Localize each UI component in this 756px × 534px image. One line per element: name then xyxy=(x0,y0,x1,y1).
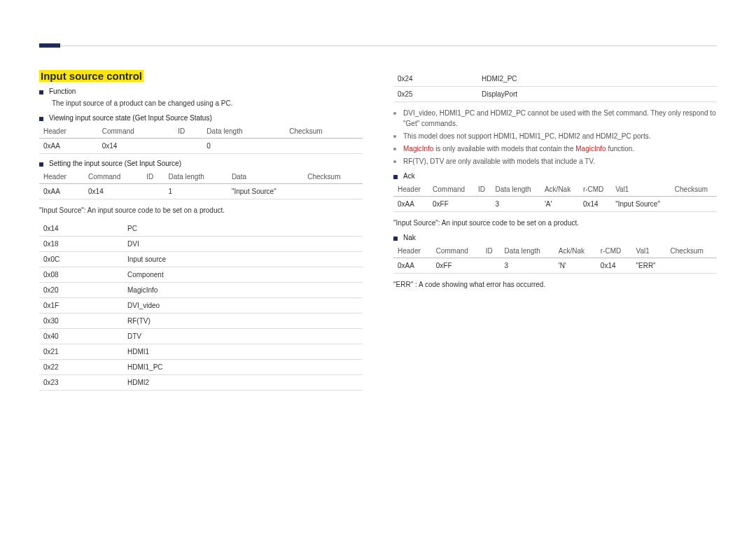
th: Command xyxy=(84,170,142,184)
view-state-row: Viewing input source state (Get Input So… xyxy=(39,114,363,122)
td xyxy=(303,184,363,199)
table-row: 0xAA 0xFF 3 'N' 0x14 "ERR" xyxy=(393,258,717,274)
th: ID xyxy=(142,170,164,184)
table-row: 0xAA 0x14 1 "Input Source" xyxy=(39,184,363,199)
th: ID xyxy=(474,183,491,197)
th: Header xyxy=(39,170,84,184)
function-text: The input source of a product can be cha… xyxy=(52,98,363,108)
td: 0x14 xyxy=(579,197,611,212)
th: Val1 xyxy=(631,244,666,258)
note-item: MagicInfo is only available with models … xyxy=(393,143,717,154)
th: Command xyxy=(432,244,482,258)
nak-caption: "ERR" : A code showing what error has oc… xyxy=(393,279,717,290)
nak-row: Nak xyxy=(393,234,717,241)
table-row: 0x25DisplayPort xyxy=(393,87,717,102)
code-value: 0x0C xyxy=(39,252,123,267)
code-label: DVI xyxy=(123,237,363,252)
td: 0xAA xyxy=(39,184,84,199)
table-row: 0x0CInput source xyxy=(39,252,363,267)
th: Checksum xyxy=(285,125,363,139)
code-label: HDMI2 xyxy=(123,375,363,391)
ack-label: Ack xyxy=(403,172,415,180)
td: 3 xyxy=(491,197,540,212)
th: Ack/Nak xyxy=(554,244,596,258)
th: Ack/Nak xyxy=(540,183,579,197)
td: 0xAA xyxy=(393,258,432,274)
code-label: Component xyxy=(123,267,363,283)
set-source-label: Setting the input source (Set Input Sour… xyxy=(49,160,181,167)
th: Data xyxy=(227,170,303,184)
td: 0x14 xyxy=(84,184,142,199)
td xyxy=(474,197,491,212)
code-value: 0x1F xyxy=(39,298,123,314)
code-value: 0x22 xyxy=(39,360,123,375)
notes-list: DVI_video, HDMI1_PC and HDMI2_PC cannot … xyxy=(393,108,717,167)
code-value: 0x24 xyxy=(393,71,477,87)
th: ID xyxy=(174,125,202,139)
right-column: 0x24HDMI2_PC0x25DisplayPort DVI_video, H… xyxy=(393,70,717,396)
nak-label: Nak xyxy=(403,234,416,241)
table-row: 0x21HDMI1 xyxy=(39,344,363,360)
function-label: Function xyxy=(49,87,76,95)
code-label: PC xyxy=(123,221,363,237)
td: 0xFF xyxy=(428,197,474,212)
code-label: HDMI2_PC xyxy=(477,71,717,87)
th: Command xyxy=(98,125,174,139)
th: Header xyxy=(39,125,98,139)
header-accent-bar xyxy=(39,43,60,48)
codes-caption: "Input Source": An input source code to … xyxy=(39,205,363,216)
code-value: 0x30 xyxy=(39,314,123,329)
td: 0xAA xyxy=(39,139,98,154)
th: r-CMD xyxy=(579,183,611,197)
code-label: DTV xyxy=(123,329,363,344)
code-value: 0x21 xyxy=(39,344,123,360)
ack-caption: "Input Source": An input source code to … xyxy=(393,218,717,228)
source-codes-table-cont: 0x24HDMI2_PC0x25DisplayPort xyxy=(393,71,717,102)
table-row: 0x1FDVI_video xyxy=(39,298,363,314)
code-label: DVI_video xyxy=(123,298,363,314)
code-label: HDMI1_PC xyxy=(123,360,363,375)
th: Data length xyxy=(164,170,227,184)
nak-table: Header Command ID Data length Ack/Nak r-… xyxy=(393,244,717,274)
td: 0x14 xyxy=(98,139,174,154)
th: Checksum xyxy=(671,183,717,197)
table-row: 0xAA 0x14 0 xyxy=(39,139,363,154)
td xyxy=(671,197,717,212)
code-label: HDMI1 xyxy=(123,344,363,360)
table-row: 0x08Component xyxy=(39,267,363,283)
function-row: Function xyxy=(39,87,363,95)
th: r-CMD xyxy=(596,244,632,258)
bullet-icon xyxy=(393,237,398,241)
td xyxy=(482,258,500,274)
th: Val1 xyxy=(611,183,671,197)
code-label: RF(TV) xyxy=(123,314,363,329)
view-state-table: Header Command ID Data length Checksum 0… xyxy=(39,125,363,154)
bullet-icon xyxy=(39,117,43,121)
th: Checksum xyxy=(303,170,363,184)
td: "ERR" xyxy=(631,258,666,274)
note-item: RF(TV), DTV are only available with mode… xyxy=(393,156,717,167)
ack-table: Header Command ID Data length Ack/Nak r-… xyxy=(393,183,717,212)
bullet-icon xyxy=(393,175,398,179)
th: Checksum xyxy=(666,244,717,258)
table-row: 0x23HDMI2 xyxy=(39,375,363,391)
td: 3 xyxy=(500,258,554,274)
left-column: Input source control Function The input … xyxy=(39,70,363,396)
set-source-table: Header Command ID Data length Data Check… xyxy=(39,170,363,199)
table-row: 0x22HDMI1_PC xyxy=(39,360,363,375)
section-title: Input source control xyxy=(39,70,363,82)
code-value: 0x14 xyxy=(39,221,123,237)
code-label: DisplayPort xyxy=(477,87,717,102)
code-label: MagicInfo xyxy=(123,283,363,298)
set-source-row: Setting the input source (Set Input Sour… xyxy=(39,160,363,167)
td: "Input Source" xyxy=(611,197,671,212)
code-value: 0x23 xyxy=(39,375,123,391)
header-rule xyxy=(60,45,717,46)
td: 'A' xyxy=(540,197,579,212)
td: 1 xyxy=(164,184,227,199)
code-value: 0x08 xyxy=(39,267,123,283)
table-row: 0x14PC xyxy=(39,221,363,237)
source-codes-table: 0x14PC0x18DVI0x0CInput source0x08Compone… xyxy=(39,221,363,391)
td: 0x14 xyxy=(596,258,632,274)
code-value: 0x25 xyxy=(393,87,477,102)
